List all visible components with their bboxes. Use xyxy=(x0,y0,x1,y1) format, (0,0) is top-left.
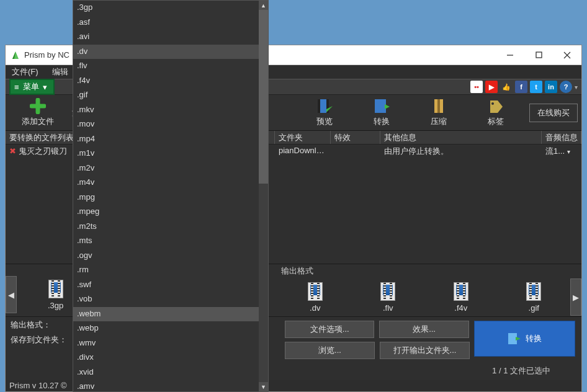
file-video-icon xyxy=(48,280,63,298)
help-icon[interactable]: ? xyxy=(560,81,572,93)
dropdown-item[interactable]: .mpg xyxy=(73,190,268,205)
format-thumb[interactable]: .3gp xyxy=(48,280,63,310)
file-other: 由用户停止转换。 xyxy=(380,145,542,158)
add-file-button[interactable]: 添加文件 xyxy=(9,97,66,129)
svg-marker-11 xyxy=(385,104,390,109)
file-options-button[interactable]: 文件选项... xyxy=(285,321,374,338)
dropdown-item[interactable]: .m4v xyxy=(73,176,268,190)
dropdown-item[interactable]: .m2v xyxy=(73,161,268,176)
dropdown-item[interactable]: .webm xyxy=(73,307,268,322)
dropdown-item[interactable]: .rm xyxy=(73,263,268,278)
app-icon xyxy=(11,50,20,60)
preview-label: 预览 xyxy=(316,116,333,127)
strip-right-arrow[interactable]: ▶ xyxy=(570,278,581,316)
thumb-label: .3gp xyxy=(48,301,63,310)
dropdown-item[interactable]: .flv xyxy=(73,59,268,74)
col-effects[interactable]: 特效 xyxy=(331,131,380,144)
dropdown-item[interactable]: .asf xyxy=(73,16,268,30)
menu-file[interactable]: 文件(F) xyxy=(9,66,41,78)
format-dropdown[interactable]: .3gp.asf.avi.dv.flv.f4v.gif.mkv.mov.mp4.… xyxy=(73,0,269,392)
strip-left-arrow[interactable]: ◀ xyxy=(6,276,17,313)
convert-toolbar-button[interactable]: 转换 xyxy=(353,97,410,129)
file-video-icon xyxy=(308,282,323,301)
svg-marker-17 xyxy=(516,337,521,341)
menu-label: 菜单 xyxy=(23,81,39,92)
dropdown-item[interactable]: .mkv xyxy=(73,103,268,118)
dropdown-item[interactable]: .wmv xyxy=(73,336,268,351)
flickr-icon[interactable]: •• xyxy=(470,81,483,93)
x-icon: ✖ xyxy=(9,146,16,156)
scroll-up-arrow[interactable]: ▲ xyxy=(259,1,268,10)
dropdown-item[interactable]: .m1v xyxy=(73,146,268,161)
col-audio[interactable]: 音频信息 xyxy=(542,131,581,144)
dropdown-item[interactable]: .3gp xyxy=(73,1,268,16)
maximize-button[interactable] xyxy=(524,45,553,65)
linkedin-icon[interactable]: in xyxy=(545,81,557,93)
green-menu-button[interactable]: ≡ 菜单 ▾ xyxy=(9,79,55,95)
add-file-label: 添加文件 xyxy=(22,116,54,127)
dropdown-item[interactable]: .dv xyxy=(73,45,268,60)
file-video-icon xyxy=(380,282,395,301)
dropdown-item[interactable]: .mts xyxy=(73,234,268,249)
dropdown-item[interactable]: .webp xyxy=(73,321,268,336)
dropdown-item[interactable]: .gif xyxy=(73,88,268,103)
plus-icon xyxy=(30,98,46,114)
twitter-icon[interactable]: t xyxy=(530,81,542,93)
dropdown-item[interactable]: .xvid xyxy=(73,365,268,380)
format-thumb[interactable]: .dv xyxy=(308,282,323,313)
online-buy-button[interactable]: 在线购买 xyxy=(529,104,578,122)
scroll-thumb[interactable] xyxy=(259,10,268,184)
close-button[interactable] xyxy=(553,45,581,65)
file-video-icon xyxy=(526,282,541,301)
like-icon[interactable]: 👍 xyxy=(500,81,513,93)
scroll-down-arrow[interactable]: ▼ xyxy=(259,382,268,391)
dropdown-item[interactable]: .divx xyxy=(73,350,268,365)
minimize-button[interactable] xyxy=(496,45,524,65)
thumb-label: .flv xyxy=(383,303,393,313)
facebook-icon[interactable]: f xyxy=(515,81,527,93)
dropdown-item[interactable]: .mp4 xyxy=(73,132,268,147)
tag-button[interactable]: 标签 xyxy=(467,97,524,129)
compress-label: 压缩 xyxy=(431,116,447,127)
convert-icon xyxy=(374,98,390,114)
compress-button[interactable]: 压缩 xyxy=(410,97,467,129)
format-thumb[interactable]: .f4v xyxy=(454,282,468,313)
file-video-icon xyxy=(454,282,468,301)
col-other[interactable]: 其他信息 xyxy=(380,131,542,144)
dropdown-item[interactable]: .f4v xyxy=(73,74,268,89)
svg-rect-7 xyxy=(318,99,320,113)
dropdown-item[interactable]: .vob xyxy=(73,292,268,307)
dropdown-item[interactable]: .mov xyxy=(73,117,268,132)
convert-label: 转换 xyxy=(374,116,390,127)
dropdown-item[interactable]: .amv xyxy=(73,380,268,392)
thumb-label: .dv xyxy=(310,303,320,313)
browse-button[interactable]: 浏览... xyxy=(285,342,375,359)
output-format-title: 输出格式 xyxy=(279,264,581,278)
thumb-label: .gif xyxy=(529,303,539,313)
svg-rect-13 xyxy=(437,99,440,113)
svg-marker-14 xyxy=(490,100,503,113)
svg-rect-3 xyxy=(536,52,542,58)
col-folder[interactable]: 文件夹 xyxy=(275,131,331,144)
social-icons: •• ▶ 👍 f t in ? ▾ xyxy=(470,81,578,93)
file-folder: pianDownlo... xyxy=(275,145,331,158)
effects-button[interactable]: 效果... xyxy=(379,321,468,338)
preview-icon xyxy=(316,98,333,114)
thumb-label: .f4v xyxy=(454,303,467,313)
scrollbar[interactable]: ▲ ▼ xyxy=(259,1,268,391)
dropdown-item[interactable]: .m2ts xyxy=(73,220,268,234)
open-output-button[interactable]: 打开输出文件夹... xyxy=(380,342,470,359)
youtube-icon[interactable]: ▶ xyxy=(485,81,498,93)
svg-rect-10 xyxy=(375,99,386,113)
chevron-down-icon: ▾ xyxy=(43,82,47,92)
dropdown-item[interactable]: .avi xyxy=(73,30,268,45)
dropdown-item[interactable]: .ogv xyxy=(73,249,268,264)
preview-button[interactable]: 预览 xyxy=(296,97,353,129)
chevron-down-icon[interactable]: ▾ xyxy=(575,84,578,91)
format-thumb[interactable]: .flv xyxy=(380,282,395,313)
tag-icon xyxy=(488,98,504,114)
dropdown-item[interactable]: .mpeg xyxy=(73,205,268,220)
menu-edit[interactable]: 编辑 xyxy=(50,66,71,78)
format-thumb[interactable]: .gif xyxy=(526,282,541,313)
dropdown-item[interactable]: .swf xyxy=(73,278,268,293)
